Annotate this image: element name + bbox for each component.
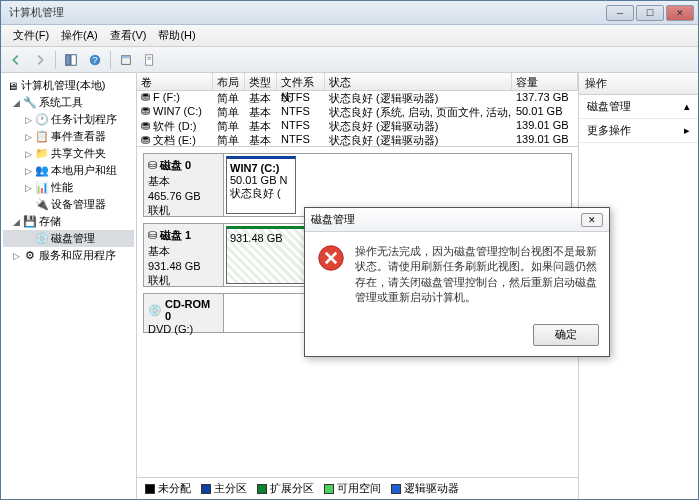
- menubar: 文件(F) 操作(A) 查看(V) 帮助(H): [1, 25, 698, 47]
- properties-button[interactable]: [141, 51, 159, 69]
- disk-icon: ⛁: [148, 229, 157, 242]
- menu-action[interactable]: 操作(A): [55, 26, 104, 45]
- svg-rect-0: [66, 54, 70, 65]
- navigation-tree[interactable]: 🖥计算机管理(本地) ◢🔧系统工具 ▷🕐任务计划程序 ▷📋事件查看器 ▷📁共享文…: [1, 73, 137, 499]
- disk-1-header[interactable]: ⛁磁盘 1 基本 931.48 GB 联机: [144, 224, 224, 286]
- window-title: 计算机管理: [5, 5, 606, 20]
- perf-icon: 📊: [35, 181, 49, 195]
- minimize-button[interactable]: ─: [606, 5, 634, 21]
- svg-rect-6: [146, 54, 153, 65]
- disk-icon: ⛁: [148, 159, 157, 172]
- forward-button[interactable]: [31, 51, 49, 69]
- volume-row[interactable]: ⛃ 软件 (D:)简单基本NTFS状态良好 (逻辑驱动器)139.01 GB: [137, 119, 578, 133]
- error-icon: [317, 244, 345, 272]
- dialog-title: 磁盘管理: [311, 212, 355, 227]
- volume-list[interactable]: 卷 布局 类型 文件系统 状态 容量 ⛃ F (F:)简单基本NTFS状态良好 …: [137, 73, 578, 147]
- col-layout[interactable]: 布局: [213, 73, 245, 90]
- menu-file[interactable]: 文件(F): [7, 26, 55, 45]
- help-button[interactable]: ?: [86, 51, 104, 69]
- error-dialog: 磁盘管理 ✕ 操作无法完成，因为磁盘管理控制台视图不是最新状态。请使用刷新任务刷…: [304, 207, 610, 357]
- col-fs[interactable]: 文件系统: [277, 73, 325, 90]
- back-button[interactable]: [7, 51, 25, 69]
- actions-more[interactable]: 更多操作▸: [579, 119, 698, 143]
- tree-services[interactable]: ▷⚙服务和应用程序: [3, 247, 134, 264]
- tree-storage[interactable]: ◢💾存储: [3, 213, 134, 230]
- cdrom-header[interactable]: 💿CD-ROM 0 DVD (G:): [144, 294, 224, 332]
- menu-help[interactable]: 帮助(H): [152, 26, 201, 45]
- ok-button[interactable]: 确定: [533, 324, 599, 346]
- close-button[interactable]: ✕: [666, 5, 694, 21]
- actions-header: 操作: [579, 73, 698, 95]
- tree-sharedf[interactable]: ▷📁共享文件夹: [3, 145, 134, 162]
- partition-c[interactable]: WIN7 (C:) 50.01 GB N 状态良好 (: [226, 156, 296, 214]
- col-volume[interactable]: 卷: [137, 73, 213, 90]
- volume-row[interactable]: ⛃ WIN7 (C:)简单基本NTFS状态良好 (系统, 启动, 页面文件, 活…: [137, 105, 578, 119]
- show-hide-tree-button[interactable]: [62, 51, 80, 69]
- services-icon: ⚙: [23, 249, 37, 263]
- tools-icon: 🔧: [23, 96, 37, 110]
- storage-icon: 💾: [23, 215, 37, 229]
- folder-icon: 📁: [35, 147, 49, 161]
- maximize-button[interactable]: ☐: [636, 5, 664, 21]
- users-icon: 👥: [35, 164, 49, 178]
- volume-row[interactable]: ⛃ 文档 (E:)简单基本NTFS状态良好 (逻辑驱动器)139.01 GB: [137, 133, 578, 147]
- volume-row[interactable]: ⛃ F (F:)简单基本NTFS状态良好 (逻辑驱动器)137.73 GB: [137, 91, 578, 105]
- cd-icon: 💿: [148, 304, 162, 317]
- titlebar[interactable]: 计算机管理 ─ ☐ ✕: [1, 1, 698, 25]
- tree-root[interactable]: 🖥计算机管理(本地): [3, 77, 134, 94]
- svg-rect-1: [71, 54, 76, 65]
- dialog-close-button[interactable]: ✕: [581, 213, 603, 227]
- col-capacity[interactable]: 容量: [512, 73, 578, 90]
- tree-diskmgmt[interactable]: 💿磁盘管理: [3, 230, 134, 247]
- col-type[interactable]: 类型: [245, 73, 277, 90]
- menu-view[interactable]: 查看(V): [104, 26, 153, 45]
- toolbar: ?: [1, 47, 698, 73]
- disk-0-header[interactable]: ⛁磁盘 0 基本 465.76 GB 联机: [144, 154, 224, 216]
- tree-devmgr[interactable]: 🔌设备管理器: [3, 196, 134, 213]
- volume-header: 卷 布局 类型 文件系统 状态 容量: [137, 73, 578, 91]
- tree-localusers[interactable]: ▷👥本地用户和组: [3, 162, 134, 179]
- clock-icon: 🕐: [35, 113, 49, 127]
- dialog-titlebar[interactable]: 磁盘管理 ✕: [305, 208, 609, 232]
- chevron-up-icon[interactable]: ▴: [684, 100, 690, 113]
- refresh-button[interactable]: [117, 51, 135, 69]
- device-icon: 🔌: [35, 198, 49, 212]
- computer-icon: 🖥: [5, 79, 19, 93]
- tree-perf[interactable]: ▷📊性能: [3, 179, 134, 196]
- tree-eventvwr[interactable]: ▷📋事件查看器: [3, 128, 134, 145]
- chevron-right-icon: ▸: [684, 124, 690, 137]
- disk-icon: 💿: [35, 232, 49, 246]
- tree-tasksched[interactable]: ▷🕐任务计划程序: [3, 111, 134, 128]
- col-status[interactable]: 状态: [325, 73, 512, 90]
- svg-text:?: ?: [92, 53, 97, 64]
- event-icon: 📋: [35, 130, 49, 144]
- svg-rect-5: [122, 55, 131, 58]
- actions-panel-title: 磁盘管理▴: [579, 95, 698, 119]
- tree-systools[interactable]: ◢🔧系统工具: [3, 94, 134, 111]
- legend: 未分配 主分区 扩展分区 可用空间 逻辑驱动器: [137, 477, 578, 499]
- dialog-text: 操作无法完成，因为磁盘管理控制台视图不是最新状态。请使用刷新任务刷新此视图。如果…: [355, 244, 597, 306]
